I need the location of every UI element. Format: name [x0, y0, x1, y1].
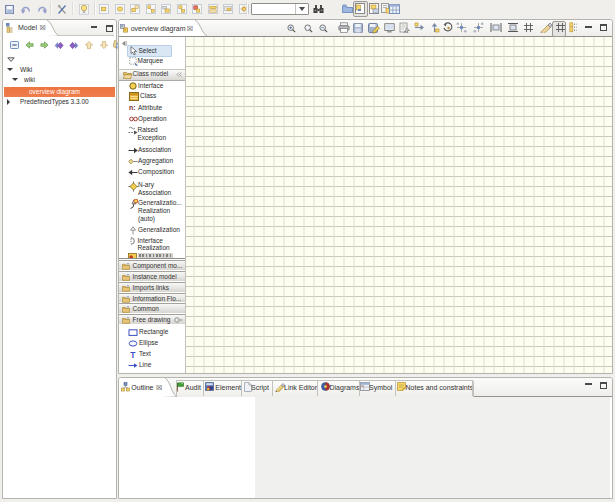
svg-text:T: T: [130, 350, 136, 359]
